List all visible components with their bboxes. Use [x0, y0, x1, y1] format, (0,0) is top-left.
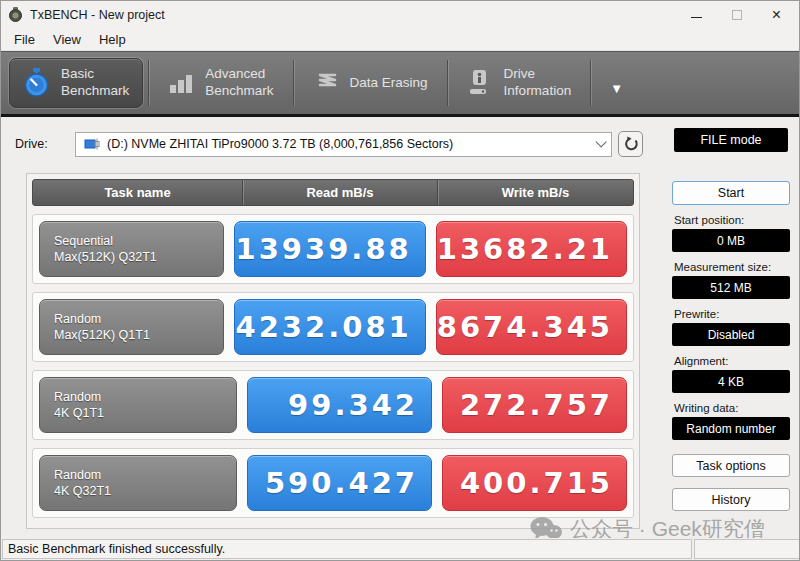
- toolbar-overflow-caret[interactable]: ▼: [610, 81, 623, 96]
- toolbar-separator: [447, 60, 448, 106]
- status-bar: Basic Benchmark finished successfully.: [1, 538, 800, 560]
- close-button[interactable]: ×: [772, 8, 781, 22]
- status-message: Basic Benchmark finished successfully.: [2, 539, 692, 559]
- tab-label: Advanced Benchmark: [205, 66, 273, 100]
- measurement-size-value[interactable]: 512 MB: [672, 276, 790, 299]
- read-value: 590.427: [247, 455, 432, 511]
- menu-view[interactable]: View: [44, 30, 90, 49]
- write-value: 272.757: [442, 377, 627, 433]
- column-write-mbs: Write mB/s: [438, 180, 633, 205]
- read-value: 13939.88: [234, 221, 425, 277]
- results-header: Task name Read mB/s Write mB/s: [32, 179, 634, 206]
- bar-chart-icon: [168, 70, 194, 96]
- refresh-icon: [623, 136, 639, 152]
- task-button-random-4k-q1t1[interactable]: Random 4K Q1T1: [39, 377, 237, 433]
- settings-sidebar: Start Start position: 0 MB Measurement s…: [672, 181, 790, 511]
- app-icon: [7, 7, 24, 22]
- prewrite-value[interactable]: Disabled: [672, 323, 790, 346]
- prewrite-label: Prewrite:: [672, 308, 790, 320]
- menu-help[interactable]: Help: [90, 30, 135, 49]
- drive-select[interactable]: (D:) NVMe ZHITAI TiPro9000 3.72 TB (8,00…: [75, 132, 612, 157]
- read-value: 4232.081: [234, 299, 425, 355]
- toolbar-separator: [590, 60, 591, 106]
- drive-row: Drive: (D:) NVMe ZHITAI TiPro9000 3.72 T…: [1, 127, 800, 161]
- write-value: 13682.21: [436, 221, 627, 277]
- write-value: 8674.345: [436, 299, 627, 355]
- file-mode-button[interactable]: FILE mode: [674, 128, 788, 152]
- tab-label: Basic Benchmark: [61, 66, 129, 100]
- tab-drive-information[interactable]: Drive Information: [453, 58, 586, 108]
- task-button-random-max-q1t1[interactable]: Random Max(512K) Q1T1: [39, 299, 224, 355]
- window-title: TxBENCH - New project: [30, 8, 691, 22]
- erase-zigzag-icon: [313, 71, 339, 95]
- benchmark-panel: Task name Read mB/s Write mB/s Sequentia…: [26, 173, 640, 529]
- chevron-down-icon: [595, 136, 606, 147]
- alignment-value[interactable]: 4 KB: [672, 370, 790, 393]
- refresh-drives-button[interactable]: [618, 131, 643, 157]
- writing-data-label: Writing data:: [672, 402, 790, 414]
- disk-drive-icon: [84, 138, 100, 150]
- column-read-mbs: Read mB/s: [243, 180, 438, 205]
- minimize-button[interactable]: [691, 17, 702, 18]
- tab-basic-benchmark[interactable]: Basic Benchmark: [9, 58, 143, 108]
- toolbar-separator: [148, 60, 149, 106]
- column-task-name: Task name: [33, 180, 243, 205]
- task-options-button[interactable]: Task options: [672, 454, 790, 477]
- table-row: Sequential Max(512K) Q32T1 13939.88 1368…: [32, 214, 634, 284]
- drive-info-icon: [467, 69, 493, 97]
- task-button-random-4k-q32t1[interactable]: Random 4K Q32T1: [39, 455, 237, 511]
- tab-data-erasing[interactable]: Data Erasing: [299, 58, 442, 108]
- drive-label: Drive:: [1, 137, 75, 151]
- start-position-label: Start position:: [672, 214, 790, 226]
- history-button[interactable]: History: [672, 488, 790, 511]
- toolbar-separator: [293, 60, 294, 106]
- start-button[interactable]: Start: [672, 181, 790, 205]
- write-value: 400.715: [442, 455, 627, 511]
- table-row: Random 4K Q1T1 99.342 272.757: [32, 370, 634, 440]
- read-value: 99.342: [247, 377, 432, 433]
- menu-file[interactable]: File: [5, 30, 44, 49]
- start-position-value[interactable]: 0 MB: [672, 229, 790, 252]
- stopwatch-icon: [23, 68, 50, 98]
- toolbar: Basic Benchmark Advanced Benchmark Data …: [1, 51, 799, 117]
- title-bar: TxBENCH - New project ×: [1, 1, 799, 28]
- tab-label: Drive Information: [504, 66, 572, 100]
- task-button-sequential-q32t1[interactable]: Sequential Max(512K) Q32T1: [39, 221, 224, 277]
- drive-selected-value: (D:) NVMe ZHITAI TiPro9000 3.72 TB (8,00…: [107, 137, 595, 151]
- table-row: Random Max(512K) Q1T1 4232.081 8674.345: [32, 292, 634, 362]
- writing-data-value[interactable]: Random number: [672, 417, 790, 440]
- measurement-size-label: Measurement size:: [672, 261, 790, 273]
- table-row: Random 4K Q32T1 590.427 400.715: [32, 448, 634, 518]
- menu-bar: File View Help: [1, 28, 799, 51]
- tab-label: Data Erasing: [350, 75, 428, 92]
- tab-advanced-benchmark[interactable]: Advanced Benchmark: [154, 58, 287, 108]
- alignment-label: Alignment:: [672, 355, 790, 367]
- status-pane-secondary: [694, 539, 800, 559]
- maximize-button[interactable]: [732, 10, 742, 20]
